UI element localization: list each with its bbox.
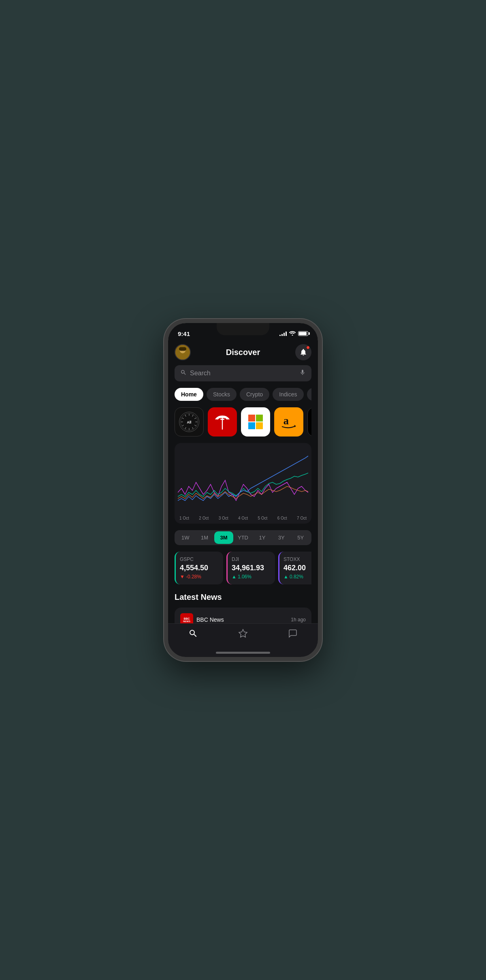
notification-button[interactable] [295,344,311,360]
index-card-gspc[interactable]: GSPC 4,554.50 ▼ -0.28% [175,552,223,584]
bbc-news-logo: BBC NEWS [180,613,193,623]
index-change-gspc: ▼ -0.28% [180,574,219,580]
chat-tab-icon [288,629,298,641]
svg-line-6 [192,415,193,417]
status-time: 9:41 [178,330,190,337]
svg-marker-26 [239,629,247,637]
stock-icon-tesla[interactable] [208,407,237,437]
time-btn-3y[interactable]: 3Y [272,531,291,544]
search-placeholder-text: Search [190,370,296,377]
star-tab-icon [238,629,248,641]
stock-icon-microsoft[interactable] [241,407,270,437]
clock-svg: All [179,412,199,432]
chart-label-1oct: 1 Oct [179,516,189,520]
time-btn-1w[interactable]: 1W [176,531,195,544]
time-period-selector: 1W 1M 3M YTD 1Y 3Y 5Y [175,530,311,545]
time-btn-1m[interactable]: 1M [195,531,214,544]
svg-line-7 [194,418,196,419]
chart-label-6oct: 6 Oct [277,516,287,520]
svg-line-15 [182,418,184,419]
home-indicator [216,652,270,654]
phone-frame: 9:41 [164,319,322,661]
chart-label-4oct: 4 Oct [238,516,248,520]
tesla-logo [214,413,230,431]
tab-bar-search[interactable] [188,629,198,641]
search-icon [180,369,187,377]
svg-rect-21 [256,422,263,429]
chart-container: 1 Oct 2 Oct 3 Oct 4 Oct 5 Oct 6 Oct 7 Oc… [175,443,311,524]
battery-icon [298,331,308,336]
header: Discover [175,341,311,365]
avatar[interactable] [175,344,191,360]
index-change-stoxx: ▲ 0.82% [284,574,311,580]
news-source: BBC NEWS BBC News [180,613,224,623]
time-btn-5y[interactable]: 5Y [291,531,310,544]
stock-chart [178,448,308,513]
tab-forex[interactable]: Forex [307,388,311,401]
news-card-1[interactable]: BBC NEWS BBC News 1h ago Tesla bucks mar… [175,608,311,623]
notification-dot [306,346,310,349]
main-content: Discover Search [168,341,318,623]
index-value-dji: 34,961.93 [232,564,271,572]
chart-label-3oct: 3 Oct [219,516,228,520]
bell-icon [299,348,307,356]
chart-label-7oct: 7 Oct [297,516,307,520]
news-time: 1h ago [291,617,306,623]
svg-text:a: a [284,415,289,427]
news-header: BBC NEWS BBC News 1h ago [180,613,306,623]
microphone-icon[interactable] [299,369,306,377]
index-cards-row: GSPC 4,554.50 ▼ -0.28% DJI 34,961.93 ▲ 1… [175,552,311,584]
index-value-gspc: 4,554.50 [180,564,219,572]
tab-home[interactable]: Home [175,388,203,401]
tab-crypto[interactable]: Crypto [240,388,269,401]
status-icons [279,330,308,337]
search-bar[interactable]: Search [175,365,311,381]
svg-rect-3 [179,347,186,351]
svg-rect-19 [256,415,263,422]
notch [217,323,269,335]
page-title: Discover [226,348,260,357]
stock-icons-row: All [175,407,311,437]
chart-x-labels: 1 Oct 2 Oct 3 Oct 4 Oct 5 Oct 6 Oct 7 Oc… [178,514,308,520]
tab-indices[interactable]: Indices [273,388,303,401]
index-card-stoxx[interactable]: STOXX 462.00 ▲ 0.82% [278,552,311,584]
svg-line-10 [192,427,193,429]
tab-bar-watchlist[interactable] [238,629,248,641]
svg-line-16 [185,415,186,417]
index-change-dji: ▲ 1.06% [232,574,271,580]
index-card-dji[interactable]: DJI 34,961.93 ▲ 1.06% [226,552,275,584]
index-name-gspc: GSPC [180,556,219,562]
svg-line-12 [185,427,186,429]
search-tab-icon [188,629,198,641]
amazon-logo: a [280,413,298,431]
news-source-name: BBC News [196,616,224,623]
time-btn-1y[interactable]: 1Y [253,531,272,544]
time-btn-3m[interactable]: 3M [214,531,233,544]
chart-label-5oct: 5 Oct [258,516,267,520]
stock-icon-apple[interactable] [307,407,311,437]
stock-icon-all[interactable]: All [175,407,204,437]
microsoft-logo [247,414,264,430]
svg-line-13 [182,425,184,426]
signal-icon [279,331,287,336]
time-btn-ytd[interactable]: YTD [233,531,252,544]
index-value-stoxx: 462.00 [284,564,311,572]
index-name-dji: DJI [232,556,271,562]
phone-screen: 9:41 [168,323,318,657]
stock-icon-amazon[interactable]: a [274,407,303,437]
category-tabs: Home Stocks Crypto Indices Forex [175,388,311,401]
svg-rect-18 [248,415,255,422]
chart-label-2oct: 2 Oct [199,516,209,520]
svg-line-9 [194,425,196,426]
index-name-stoxx: STOXX [284,556,311,562]
svg-text:All: All [187,420,191,424]
wifi-icon [289,330,296,337]
tab-bar-messages[interactable] [288,629,298,641]
tab-stocks[interactable]: Stocks [207,388,237,401]
svg-rect-20 [248,422,255,429]
latest-news-title: Latest News [175,593,311,602]
